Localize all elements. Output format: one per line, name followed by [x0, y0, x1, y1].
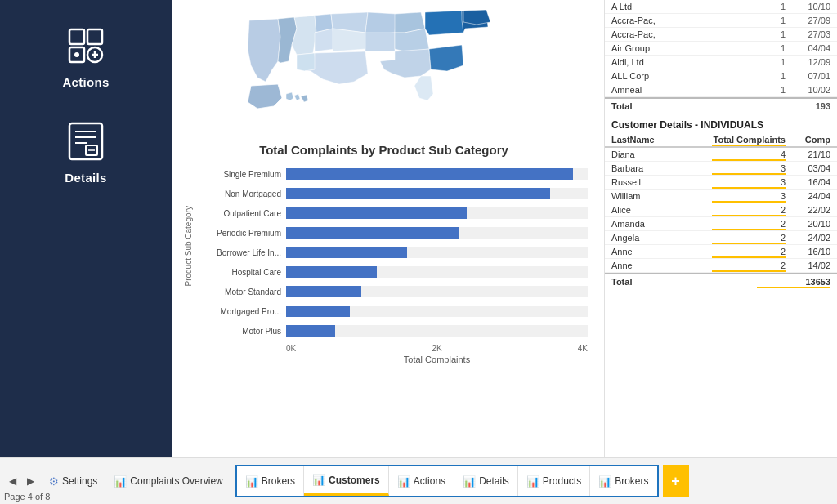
ind-row: Anne 2 14/02 — [605, 259, 837, 273]
ind-name: William — [611, 191, 712, 201]
settings-tab-icon: ⚙ — [49, 475, 59, 488]
tab-products-4[interactable]: 📊 Products — [518, 466, 590, 496]
bar-fill — [286, 168, 573, 180]
company-name: Accra-Pac, — [611, 29, 761, 39]
tab-actions-2[interactable]: 📊 Actions — [389, 466, 454, 496]
bar-track — [286, 207, 588, 219]
company-date: 27/09 — [786, 16, 830, 25]
tabs-outside: ⚙ Settings 📊 Complaints Overview — [43, 469, 231, 494]
ind-comp: 20/10 — [786, 219, 830, 229]
ind-comp: 03/04 — [786, 163, 830, 173]
tab-details-3[interactable]: 📊 Details — [454, 466, 518, 496]
company-count: 1 — [761, 57, 786, 67]
ind-col-complaints-header: Total Complaints — [712, 135, 786, 145]
ind-name: Anne — [611, 261, 712, 270]
bar-row: Hospital Care — [196, 263, 588, 281]
bar-track — [286, 306, 588, 317]
tab-label-5: Brokers — [615, 475, 648, 487]
ind-col-name-header: LastName — [611, 135, 712, 145]
ind-name: Amanda — [611, 219, 712, 229]
ind-row: Angela 2 24/02 — [605, 231, 837, 245]
tab-icon-4: 📊 — [526, 475, 539, 488]
bar-row: Outpatient Care — [196, 204, 588, 222]
bar-track — [286, 286, 588, 297]
nav-next-arrow[interactable]: ▶ — [22, 473, 38, 489]
nav-prev-arrow[interactable]: ◀ — [4, 473, 20, 489]
company-date: 04/04 — [786, 43, 830, 53]
ind-name: Russell — [611, 177, 712, 187]
bar-label: Single Premium — [196, 170, 286, 179]
bar-label: Mortgaged Pro... — [196, 307, 286, 316]
tabs-group: 📊 Brokers 📊 Customers 📊 Actions 📊 Detail… — [235, 465, 659, 497]
y-axis-container: Product Sub Category — [180, 165, 196, 341]
actions-icon — [63, 23, 109, 69]
ind-row: Barbara 3 03/04 — [605, 162, 837, 176]
sidebar-item-actions[interactable]: Actions — [0, 8, 172, 104]
company-count: 1 — [761, 71, 786, 81]
chart-title: Total Complaints by Product Sub Category — [180, 143, 588, 157]
tab-label-2: Actions — [414, 475, 445, 487]
table-row: A Ltd 1 10/10 — [605, 0, 837, 14]
bar-fill — [286, 247, 407, 258]
company-total-label: Total — [611, 101, 806, 111]
tab-brokers-5[interactable]: 📊 Brokers — [590, 466, 656, 496]
svg-point-6 — [74, 52, 79, 57]
ind-comp: 24/04 — [786, 191, 830, 201]
bar-fill — [286, 188, 550, 199]
ind-row: Amanda 2 20/10 — [605, 217, 837, 231]
bar-label: Hospital Care — [196, 268, 286, 277]
svg-rect-1 — [87, 29, 102, 44]
ind-total-row: Total 13653 — [605, 273, 837, 289]
add-tab-button[interactable]: + — [663, 465, 689, 497]
bar-label: Periodic Premium — [196, 229, 286, 238]
center-content: Total Complaints by Product Sub Category… — [172, 0, 604, 457]
x-tick: 4K — [578, 344, 588, 353]
bar-label: Motor Standard — [196, 288, 286, 297]
bar-fill — [286, 325, 335, 337]
company-name: ALL Corp — [611, 71, 761, 81]
table-row: Aldi, Ltd 1 12/09 — [605, 56, 837, 69]
ind-comp: 16/04 — [786, 177, 830, 187]
bar-track — [286, 168, 588, 180]
tab-customers-1[interactable]: 📊 Customers — [304, 466, 389, 496]
company-count: 1 — [761, 16, 786, 25]
company-name: Aldi, Ltd — [611, 57, 761, 67]
bar-fill — [286, 207, 467, 219]
ind-row: Alice 2 22/02 — [605, 203, 837, 217]
bar-label: Outpatient Care — [196, 209, 286, 218]
tab-icon-3: 📊 — [463, 475, 476, 488]
ind-table-header: LastName Total Complaints Comp — [605, 133, 837, 148]
ind-row: Diana 4 21/10 — [605, 148, 837, 162]
ind-complaints: 2 — [712, 247, 786, 256]
tab-label-3: Details — [479, 475, 509, 487]
us-map — [233, 4, 544, 135]
bar-label: Motor Plus — [196, 327, 286, 336]
sidebar: Actions Details — [0, 0, 172, 457]
bar-fill — [286, 227, 459, 239]
tab-icon-2: 📊 — [397, 475, 410, 488]
table-row: Accra-Pac, 1 27/09 — [605, 14, 837, 28]
x-axis-title: Total Complaints — [286, 355, 588, 364]
ind-row: Russell 3 16/04 — [605, 176, 837, 190]
company-count: 1 — [761, 43, 786, 53]
bar-row: Periodic Premium — [196, 224, 588, 242]
tab-brokers-0[interactable]: 📊 Brokers — [237, 466, 304, 496]
ind-name: Diana — [611, 149, 712, 159]
company-date: 07/01 — [786, 71, 830, 81]
ind-complaints: 2 — [712, 233, 786, 243]
chart-section: Total Complaints by Product Sub Category… — [172, 139, 604, 457]
company-date: 12/09 — [786, 57, 830, 67]
ind-complaints: 2 — [712, 219, 786, 229]
company-name: Amneal — [611, 85, 761, 95]
tab-settings[interactable]: ⚙ Settings — [43, 469, 105, 494]
y-axis-label: Product Sub Category — [184, 221, 193, 286]
tab-label-1: Customers — [329, 475, 380, 486]
chart-axes: Product Sub Category Single PremiumNon M… — [180, 165, 588, 341]
x-axis-area: 0K2K4K Total Complaints — [286, 341, 588, 364]
bar-fill — [286, 266, 377, 278]
table-row: Amneal 1 10/02 — [605, 83, 837, 97]
sidebar-item-details[interactable]: Details — [0, 104, 172, 199]
tab-complaints-overview[interactable]: 📊 Complaints Overview — [105, 469, 231, 494]
ind-comp: 16/10 — [786, 247, 830, 256]
bar-row: Non Mortgaged — [196, 185, 588, 203]
